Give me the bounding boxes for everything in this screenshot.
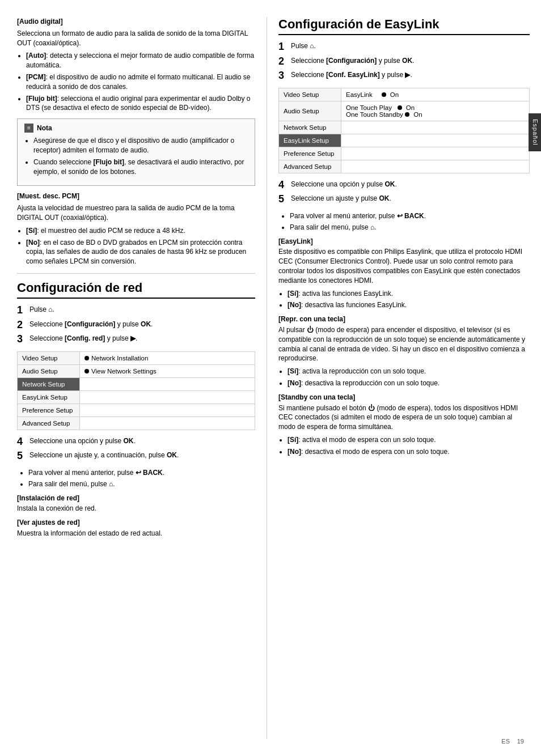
note-list: Asegúrese de que el disco y el dispositi… bbox=[33, 136, 248, 176]
list-item: [Sí]: el muestreo del audio PCM se reduc… bbox=[26, 226, 255, 236]
network-substeps: Para volver al menú anterior, pulse ↩ BA… bbox=[28, 468, 255, 489]
step-text: Pulse ⌂. bbox=[291, 41, 316, 53]
menu-left-cell: Audio Setup bbox=[18, 364, 80, 377]
es-label: ES bbox=[501, 738, 510, 745]
list-item: [No]: desactiva la reproducción con un s… bbox=[288, 379, 530, 388]
audio-digital-section: [Audio digital] Selecciona un formato de… bbox=[17, 17, 255, 113]
table-row: Audio Setup One Touch Play On One Touch … bbox=[279, 101, 530, 121]
menu-right-cell: One Touch Play On One Touch Standby On bbox=[341, 101, 530, 121]
list-item: [No]: desactiva las funciones EasyLink. bbox=[288, 300, 530, 310]
menu-right-cell bbox=[341, 147, 530, 160]
muest-desc-list: [Sí]: el muestreo del audio PCM se reduc… bbox=[26, 226, 255, 266]
menu-right-cell bbox=[341, 134, 530, 147]
step-num: 1 bbox=[17, 304, 26, 317]
repr-bracket-desc: Al pulsar ⏻ (modo de espera) para encend… bbox=[278, 325, 530, 363]
menu-left-cell-active: Network Setup bbox=[18, 377, 80, 390]
substep-item: Para volver al menú anterior, pulse ↩ BA… bbox=[290, 211, 530, 221]
list-item: [Sí]: activa el modo de espera con un so… bbox=[288, 435, 530, 445]
divider bbox=[17, 273, 255, 274]
menu-right-cell bbox=[80, 377, 255, 390]
menu-right-cell bbox=[80, 404, 255, 417]
table-row: Network Setup bbox=[279, 121, 530, 134]
ver-ajustes-desc: Muestra la información del estado de red… bbox=[17, 529, 255, 538]
step-num: 4 bbox=[17, 436, 26, 448]
menu-left-cell: Audio Setup bbox=[279, 101, 341, 121]
steps-list: 1 Pulse ⌂. 2 Seleccione [Configuración] … bbox=[17, 304, 255, 346]
step-num: 2 bbox=[278, 56, 288, 68]
repr-bracket-title: [Repr. con una tecla] bbox=[278, 315, 530, 324]
substep-item: Para volver al menú anterior, pulse ↩ BA… bbox=[28, 468, 255, 478]
easylink-bracket-list: [Sí]: activa las funciones EasyLink. [No… bbox=[288, 289, 530, 311]
audio-digital-title: [Audio digital] bbox=[17, 17, 255, 27]
menu-left-cell: Network Setup bbox=[279, 121, 341, 134]
network-menu-table: Video Setup Network Installation Audio S… bbox=[17, 351, 255, 430]
list-item: [No]: en el caso de BD o DVD grabados en… bbox=[26, 238, 255, 266]
list-item: [Sí]: activa la reproducción con un solo… bbox=[288, 367, 530, 376]
easylink-menu-table: Video Setup EasyLink On Audio Setup One … bbox=[278, 88, 530, 173]
muest-desc-title: [Muest. desc. PCM] bbox=[17, 192, 255, 201]
muest-desc-desc: Ajusta la velocidad de muestreo para la … bbox=[17, 203, 255, 223]
menu-left-cell: Preference Setup bbox=[18, 404, 80, 417]
list-item: [Auto]: detecta y selecciona el mejor fo… bbox=[26, 51, 255, 70]
easylink-steps-after: 4 Seleccione una opción y pulse OK. 5 Se… bbox=[278, 179, 530, 206]
step-num: 3 bbox=[17, 333, 26, 346]
menu-right-cell: View Network Settings bbox=[80, 364, 255, 377]
step-num: 3 bbox=[278, 70, 288, 82]
note-box: ≡ Nota Asegúrese de que el disco y el di… bbox=[17, 118, 255, 186]
step-text: Pulse ⌂. bbox=[29, 304, 54, 317]
easylink-steps: 1 Pulse ⌂. 2 Seleccione [Configuración] … bbox=[278, 41, 530, 82]
step-text: Seleccione [Config. red] y pulse ▶. bbox=[29, 333, 137, 346]
page-number: 19 bbox=[517, 738, 524, 745]
step-4: 4 Seleccione una opción y pulse OK. bbox=[278, 179, 530, 192]
easylink-steps-after-list: 4 Seleccione una opción y pulse OK. 5 Se… bbox=[278, 179, 530, 206]
menu-left-cell: Video Setup bbox=[18, 351, 80, 364]
standby-bracket-list: [Sí]: activa el modo de espera con un so… bbox=[288, 435, 530, 457]
list-item: [Sí]: activa las funciones EasyLink. bbox=[288, 289, 530, 299]
menu-item: View Network Settings bbox=[84, 368, 250, 375]
step-text: Seleccione [Configuración] y pulse OK. bbox=[291, 56, 414, 68]
easylink-steps-list: 1 Pulse ⌂. 2 Seleccione [Configuración] … bbox=[278, 41, 530, 82]
audio-digital-list: [Auto]: detecta y selecciona el mejor fo… bbox=[26, 51, 255, 113]
standby-bracket-title: [Standby con una tecla] bbox=[278, 393, 530, 402]
menu-item: One Touch Standby On bbox=[346, 111, 525, 118]
menu-left-cell-active: EasyLink Setup bbox=[279, 134, 341, 147]
step-text: Seleccione [Conf. EasyLink] y pulse ▶. bbox=[291, 70, 412, 82]
step-2: 2 Seleccione [Configuración] y pulse OK. bbox=[17, 319, 255, 332]
note-header: ≡ Nota bbox=[24, 124, 248, 133]
list-item: [PCM]: el dispositivo de audio no admite… bbox=[26, 73, 255, 92]
step-num: 2 bbox=[17, 319, 26, 332]
easylink-substeps: Para volver al menú anterior, pulse ↩ BA… bbox=[290, 211, 530, 232]
step-num: 1 bbox=[278, 41, 288, 53]
muest-desc-section: [Muest. desc. PCM] Ajusta la velocidad d… bbox=[17, 192, 255, 266]
menu-right-cell bbox=[80, 417, 255, 430]
step-1: 1 Pulse ⌂. bbox=[278, 41, 530, 53]
menu-left-cell: Advanced Setup bbox=[18, 417, 80, 430]
step-4: 4 Seleccione una opción y pulse OK. bbox=[17, 436, 255, 448]
note-label: Nota bbox=[37, 124, 52, 132]
list-item: Asegúrese de que el disco y el dispositi… bbox=[33, 136, 248, 155]
table-row: EasyLink Setup bbox=[279, 134, 530, 147]
standby-bracket-desc: Si mantiene pulsado el botón ⏻ (modo de … bbox=[278, 404, 530, 432]
step-num: 5 bbox=[17, 450, 26, 462]
menu-left-cell: Advanced Setup bbox=[279, 160, 341, 173]
easylink-bracket-title: [EasyLink] bbox=[278, 237, 530, 247]
menu-left-cell: Video Setup bbox=[279, 88, 341, 101]
step-text: Seleccione un ajuste y pulse OK. bbox=[291, 193, 391, 206]
side-tab: Español bbox=[529, 113, 541, 151]
step-text: Seleccione [Configuración] y pulse OK. bbox=[29, 319, 153, 332]
network-steps-after: 4 Seleccione una opción y pulse OK. 5 Se… bbox=[17, 436, 255, 462]
table-row: Preference Setup bbox=[18, 404, 255, 417]
instalacion-title: [Instalación de red] bbox=[17, 494, 255, 503]
menu-right-cell bbox=[341, 121, 530, 134]
network-setup-section: Configuración de red 1 Pulse ⌂. 2 Selecc… bbox=[17, 281, 255, 538]
ver-ajustes-title: [Ver ajustes de red] bbox=[17, 518, 255, 528]
table-row: Network Setup bbox=[18, 377, 255, 390]
easylink-setup-section: Configuración de EasyLink 1 Pulse ⌂. 2 S… bbox=[278, 17, 530, 457]
menu-item: One Touch Play On bbox=[346, 104, 525, 111]
menu-right-cell: Network Installation bbox=[80, 351, 255, 364]
menu-item: EasyLink On bbox=[346, 91, 525, 98]
step-text: Seleccione una opción y pulse OK. bbox=[291, 179, 397, 192]
menu-right-cell bbox=[80, 390, 255, 404]
menu-item: Network Installation bbox=[84, 355, 250, 362]
list-item: Cuando seleccione [Flujo bit], se desact… bbox=[33, 158, 248, 177]
